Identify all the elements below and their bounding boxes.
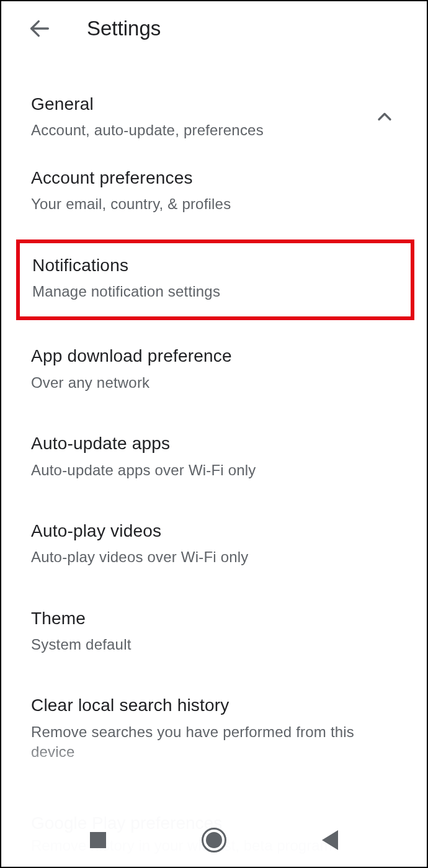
item-app-download-preference[interactable]: App download preference Over any network (1, 325, 427, 413)
settings-list: General Account, auto-update, preference… (1, 56, 427, 782)
nav-home-button[interactable] (195, 821, 233, 859)
square-icon (90, 832, 106, 848)
item-auto-play-videos[interactable]: Auto-play videos Auto-play videos over W… (1, 500, 427, 588)
item-auto-update-apps[interactable]: Auto-update apps Auto-update apps over W… (1, 413, 427, 500)
circle-icon (202, 828, 226, 852)
item-title: Theme (31, 607, 397, 630)
nav-back-button[interactable] (311, 821, 349, 859)
nav-recent-button[interactable] (79, 821, 117, 859)
section-general[interactable]: General Account, auto-update, preference… (1, 56, 427, 147)
app-header: Settings (1, 1, 427, 56)
back-button[interactable] (25, 14, 55, 43)
item-subtitle: System default (31, 635, 397, 655)
section-subtitle: Account, auto-update, preferences (31, 120, 372, 140)
item-subtitle: Auto-update apps over Wi-Fi only (31, 460, 397, 480)
item-title: Clear local search history (31, 694, 397, 717)
item-title: Account preferences (31, 167, 397, 189)
item-subtitle: Remove searches you have performed from … (31, 722, 397, 763)
item-subtitle: Manage notification settings (32, 282, 396, 302)
item-subtitle: Auto-play videos over Wi-Fi only (31, 547, 397, 567)
item-title: Notifications (32, 254, 396, 277)
item-title: Auto-play videos (31, 520, 397, 542)
item-notifications[interactable]: Notifications Manage notification settin… (16, 239, 414, 321)
item-subtitle: Over any network (31, 373, 397, 393)
item-title: App download preference (31, 345, 397, 367)
section-title: General (31, 93, 372, 115)
arrow-left-icon (27, 16, 52, 41)
page-title: Settings (87, 17, 161, 40)
item-account-preferences[interactable]: Account preferences Your email, country,… (1, 147, 427, 235)
item-subtitle: Your email, country, & profiles (31, 194, 397, 214)
item-title: Auto-update apps (31, 432, 397, 455)
item-theme[interactable]: Theme System default (1, 588, 427, 675)
triangle-left-icon (322, 830, 338, 850)
chevron-up-icon (372, 104, 397, 129)
item-clear-local-search-history[interactable]: Clear local search history Remove search… (1, 674, 427, 782)
system-nav-bar (2, 815, 426, 866)
